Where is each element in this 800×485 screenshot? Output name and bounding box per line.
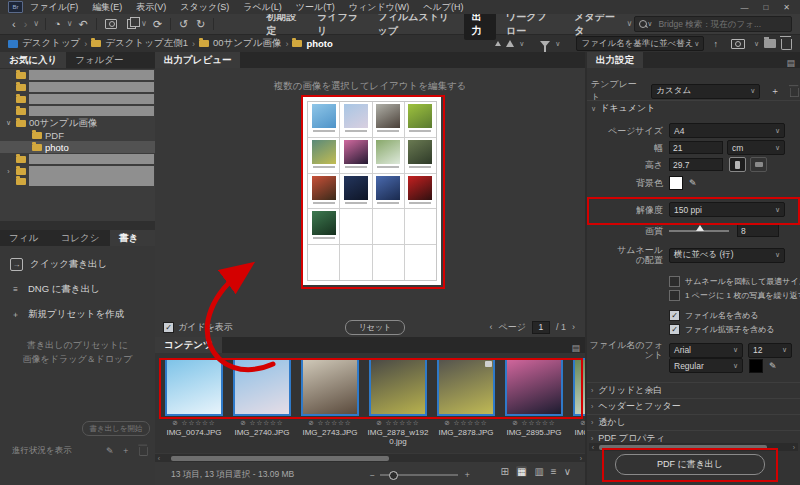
reject-icon[interactable]: ⊘ (580, 419, 585, 426)
settings-scrollbar[interactable]: ‹ › (589, 443, 798, 451)
menu-item[interactable]: 編集(E) (85, 1, 129, 14)
eyedropper-icon[interactable]: ✎ (689, 178, 697, 188)
quality-slider-thumb[interactable] (696, 225, 704, 231)
tab-output-settings[interactable]: 出力設定 (587, 52, 643, 68)
menu-item[interactable]: 表示(V) (129, 1, 173, 14)
delete-preset-icon[interactable] (139, 447, 148, 456)
history-icon[interactable]: ◔ (50, 15, 65, 33)
tree-row[interactable]: PDF (0, 129, 155, 141)
template-dropdown[interactable]: カスタム∨ (651, 84, 760, 99)
sort-ascending-icon[interactable]: ↑ (709, 35, 722, 53)
reject-icon[interactable]: ⊘ (376, 419, 385, 426)
content-thumbnail[interactable]: ⊘ ☆☆☆☆☆IMG_2878_w1920.jpg (367, 358, 429, 446)
panel-menu-icon[interactable]: ▤ (571, 343, 580, 353)
tree-row[interactable] (0, 81, 155, 93)
forward-icon[interactable]: › (20, 15, 32, 33)
back-icon[interactable]: ‹ (8, 15, 20, 33)
background-color-swatch[interactable] (669, 176, 683, 190)
scrollbar-thumb[interactable] (599, 445, 767, 450)
tree-row[interactable] (0, 93, 155, 105)
view-chevron-icon[interactable]: ∨ (564, 466, 571, 477)
tab-書き出し[interactable]: 書き出し (110, 230, 155, 246)
zoom-slider[interactable] (380, 474, 458, 476)
unit-dropdown[interactable]: cm∨ (727, 140, 785, 155)
pdf-page-preview[interactable] (303, 97, 441, 285)
expand-chevron-icon[interactable]: ∨ (4, 119, 13, 127)
tab-コレクション[interactable]: コレクション (52, 230, 111, 246)
include-filename-checkbox[interactable]: ✓ (669, 310, 680, 321)
star-rating[interactable]: ☆☆☆☆☆ (454, 419, 488, 426)
font-family-dropdown[interactable]: Arial∨ (669, 343, 743, 358)
quality-chevron-icon[interactable]: ∨ (519, 40, 524, 48)
menu-item[interactable]: スタック(S) (173, 1, 236, 14)
panel-menu-icon[interactable]: ▤ (786, 58, 795, 68)
search-input[interactable] (656, 18, 787, 30)
menu-item[interactable]: ファイル(F) (23, 1, 85, 14)
scroll-left-icon[interactable]: ‹ (155, 455, 163, 462)
sync-icon[interactable]: ⟳ (149, 15, 166, 33)
show-guides-checkbox[interactable]: ✓ (163, 322, 174, 333)
new-preset-item[interactable]: ＋新規プリセットを作成 (0, 302, 155, 327)
tree-row[interactable]: ∨00サンプル画像 (0, 117, 155, 129)
tab-お気に入り[interactable]: お気に入り (0, 52, 66, 68)
filter-funnel-icon[interactable] (540, 41, 550, 47)
reject-icon[interactable]: ⊘ (444, 419, 453, 426)
tab-フォルダー[interactable]: フォルダー (66, 52, 132, 68)
tree-row[interactable] (0, 177, 155, 185)
reject-icon[interactable]: ⊘ (240, 419, 249, 426)
section-ヘッダーとフッター[interactable]: ›ヘッダーとフッター (587, 398, 800, 414)
section-透かし[interactable]: ›透かし (587, 414, 800, 430)
tree-row[interactable] (0, 153, 155, 165)
rotate-thumbnails-checkbox[interactable]: ✓ (669, 276, 680, 287)
landscape-orientation-button[interactable] (750, 157, 767, 172)
content-thumbnail[interactable]: ⊘ ☆☆☆☆☆IMG_2740.JPG (231, 358, 293, 446)
scroll-right-icon[interactable]: › (577, 455, 585, 462)
menu-item[interactable]: ラベル(L) (236, 1, 289, 14)
font-eyedropper-icon[interactable]: ✎ (769, 361, 777, 371)
contents-scrollbar[interactable]: ‹ › (155, 454, 585, 462)
collapse-chevron-icon[interactable]: › (4, 168, 13, 175)
new-folder-icon[interactable] (764, 39, 776, 48)
menu-item[interactable]: ヘルプ(H) (416, 1, 470, 14)
scrollbar-thumb[interactable] (171, 456, 389, 461)
include-extension-checkbox[interactable]: ✓ (669, 324, 680, 335)
star-rating[interactable]: ☆☆☆☆☆ (318, 419, 352, 426)
height-input[interactable] (669, 158, 723, 171)
list-view-icon[interactable]: ≡ (551, 466, 557, 477)
boomerang-icon[interactable]: ↶ (75, 15, 92, 33)
page-number-input[interactable] (532, 321, 550, 334)
delete-template-icon[interactable] (790, 87, 799, 96)
repeat-photo-checkbox[interactable]: ✓ (669, 290, 680, 301)
tree-row[interactable] (0, 69, 155, 81)
page-next-icon[interactable]: › (572, 322, 575, 332)
export-to-pdf-button[interactable]: PDF に書き出し (615, 454, 765, 475)
edit-preset-icon[interactable]: ✎ (106, 446, 114, 456)
grid-view-icon[interactable]: ⊞ (501, 466, 509, 477)
nav-chevron-icon[interactable]: ∨ (31, 15, 41, 33)
close-button[interactable]: ✕ (783, 3, 790, 12)
add-preset-icon[interactable]: ＋ (122, 445, 131, 457)
maximize-button[interactable]: □ (763, 3, 768, 12)
scroll-right-icon[interactable]: › (790, 444, 798, 451)
font-style-dropdown[interactable]: Regular∨ (669, 358, 743, 373)
batch-icon[interactable] (127, 19, 136, 29)
minimize-button[interactable]: — (740, 3, 748, 12)
menu-item[interactable]: ツール(T) (289, 1, 342, 14)
content-thumbnail[interactable]: ⊘ ☆☆☆☆☆IMG_0074.JPG (163, 358, 225, 446)
filter-chevron-icon[interactable]: ∨ (555, 40, 560, 48)
tree-row[interactable] (0, 105, 155, 117)
thumbnail-view-icon[interactable]: ▦ (516, 466, 527, 477)
reject-icon[interactable]: ⊘ (172, 419, 181, 426)
rotate-left-icon[interactable]: ↺ (175, 15, 192, 33)
delete-icon[interactable] (781, 39, 792, 50)
reject-icon[interactable]: ⊘ (308, 419, 317, 426)
workspace-chevron-icon[interactable]: ∨ (624, 15, 634, 33)
zoom-in-icon[interactable]: ＋ (463, 469, 472, 481)
content-thumbnail[interactable]: ⊘ ☆☆☆☆☆IMG_2878.JPG (435, 358, 497, 446)
start-export-button[interactable]: 書き出しを開始 (82, 421, 150, 436)
rotate-right-icon[interactable]: ↻ (192, 15, 209, 33)
quick-export-item[interactable]: →クイック書き出し (0, 252, 155, 277)
content-thumbnail[interactable]: ⊘ ☆☆☆☆☆IMG_2895.JPG (503, 358, 565, 446)
star-rating[interactable]: ☆☆☆☆☆ (522, 419, 556, 426)
menu-item[interactable]: ウィンドウ(W) (342, 1, 417, 14)
